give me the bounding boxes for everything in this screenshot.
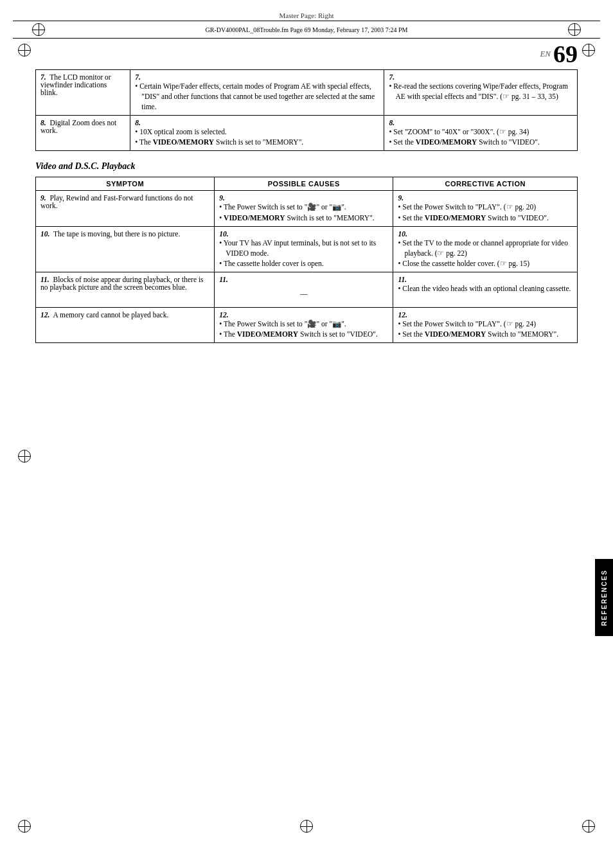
causes-cell-8: 8. • 10X optical zoom is selected. • The… <box>130 116 384 151</box>
action-cell-10: 10. • Set the TV to the mode or channel … <box>393 226 578 272</box>
upper-table: 7. The LCD monitor or viewfinder indicat… <box>35 69 578 151</box>
symptom-cell-9: 9. Play, Rewind and Fast-Forward functio… <box>36 191 215 226</box>
table-row: 10. The tape is moving, but there is no … <box>36 226 578 272</box>
symptom-cell-12: 12. A memory card cannot be played back. <box>36 307 215 342</box>
file-info-bar: GR-DV4000PAL_08Trouble.fm Page 69 Monday… <box>13 21 600 39</box>
bottom-crosshairs <box>0 820 613 833</box>
header-action: CORRECTIVE ACTION <box>393 177 578 191</box>
side-tab: REFERENCES <box>595 559 613 636</box>
table-row: 11. Blocks of noise appear during playba… <box>36 272 578 307</box>
section-title: Video and D.S.C. Playback <box>35 161 578 172</box>
crosshair-top-right <box>582 44 595 59</box>
action-cell-11: 11. • Clean the video heads with an opti… <box>393 272 578 307</box>
crosshair-bottom-center <box>300 820 313 833</box>
crosshair-bottom-left <box>18 820 31 833</box>
page-container: Master Page: Right GR-DV4000PAL_08Troubl… <box>0 0 613 868</box>
table-row: 9. Play, Rewind and Fast-Forward functio… <box>36 191 578 226</box>
causes-cell-7: 7. • Certain Wipe/Fader effects, certain… <box>130 70 384 116</box>
en-label: EN <box>540 49 551 59</box>
causes-cell-11: 11. — <box>215 272 393 307</box>
side-tab-text: REFERENCES <box>601 569 608 626</box>
crosshair-right <box>568 23 581 36</box>
lower-table: SYMPTOM POSSIBLE CAUSES CORRECTIVE ACTIO… <box>35 177 578 343</box>
crosshair-bottom-right <box>582 820 595 833</box>
table-row: 8. Digital Zoom does not work. 8. • 10X … <box>36 116 578 151</box>
table-row: 12. A memory card cannot be played back.… <box>36 307 578 342</box>
header-symptom: SYMPTOM <box>36 177 215 191</box>
header-causes: POSSIBLE CAUSES <box>215 177 393 191</box>
causes-cell-12: 12. • The Power Switch is set to "🎥" or … <box>215 307 393 342</box>
symptom-cell-11: 11. Blocks of noise appear during playba… <box>36 272 215 307</box>
symptom-cell-8: 8. Digital Zoom does not work. <box>36 116 130 151</box>
master-page-label: Master Page: Right <box>0 0 613 21</box>
crosshair-left <box>32 23 45 36</box>
symptom-cell-7: 7. The LCD monitor or viewfinder indicat… <box>36 70 130 116</box>
crosshair-mid-left <box>18 450 31 465</box>
table-header-row: SYMPTOM POSSIBLE CAUSES CORRECTIVE ACTIO… <box>36 177 578 191</box>
causes-cell-9: 9. • The Power Switch is set to "🎥" or "… <box>215 191 393 226</box>
symptom-cell-10: 10. The tape is moving, but there is no … <box>36 226 215 272</box>
table-row: 7. The LCD monitor or viewfinder indicat… <box>36 70 578 116</box>
action-cell-7: 7. • Re-read the sections covering Wipe/… <box>384 70 578 116</box>
causes-cell-10: 10. • Your TV has AV input terminals, bu… <box>215 226 393 272</box>
page-number-area: EN 69 <box>0 39 613 69</box>
file-info-text: GR-DV4000PAL_08Trouble.fm Page 69 Monday… <box>45 26 568 33</box>
page-number: 69 <box>553 42 578 66</box>
main-content: 7. The LCD monitor or viewfinder indicat… <box>0 69 613 343</box>
action-cell-12: 12. • Set the Power Switch to "PLAY". (☞… <box>393 307 578 342</box>
crosshair-top-left <box>18 44 31 59</box>
action-cell-9: 9. • Set the Power Switch to "PLAY". (☞ … <box>393 191 578 226</box>
action-cell-8: 8. • Set "ZOOM" to "40X" or "300X". (☞ p… <box>384 116 578 151</box>
